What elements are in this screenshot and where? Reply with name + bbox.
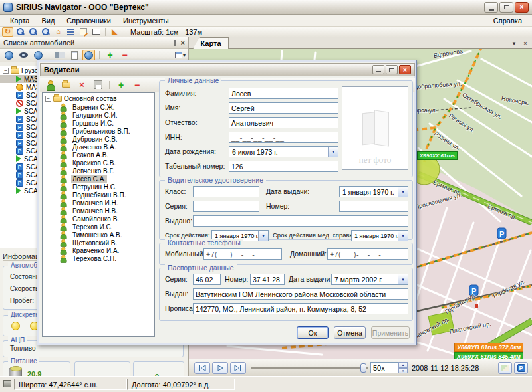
chevron-down-icon[interactable]: ▾ — [398, 274, 408, 284]
home-phone-field[interactable] — [327, 248, 408, 260]
menu-directories[interactable]: Справочники — [61, 15, 117, 26]
minimize-button[interactable] — [484, 2, 498, 13]
timeline-slider[interactable] — [251, 362, 368, 374]
driver-row[interactable]: Грибельников В.П. — [43, 127, 154, 135]
license-class-field[interactable] — [193, 186, 259, 197]
ruler-button[interactable]: ◣ — [109, 27, 120, 37]
license-number-field[interactable] — [339, 201, 408, 212]
expand-button[interactable]: + — [114, 79, 128, 91]
driver-row[interactable]: Подшебякин В.П. — [43, 191, 154, 199]
personnel-number-field[interactable] — [229, 161, 338, 172]
license-issued-by-field[interactable] — [193, 215, 408, 227]
pan-button[interactable]: ↻ — [2, 27, 13, 37]
panel-close-icon[interactable]: × — [181, 39, 185, 47]
driver-row[interactable]: Дубровин С.В. — [43, 135, 154, 143]
center-map-button[interactable]: ⌂ — [53, 27, 64, 37]
drivers-group-row[interactable]: − Основной состав — [43, 94, 154, 103]
parking-toggle-button[interactable]: P — [514, 362, 528, 374]
save-button[interactable] — [91, 79, 104, 91]
med-valid-combo[interactable]: 1 января 1970 г. ▾ — [351, 230, 408, 241]
add-group-button[interactable] — [59, 79, 72, 91]
edit-button[interactable] — [78, 27, 89, 37]
passport-number-field[interactable] — [250, 274, 285, 285]
cancel-button[interactable]: Отмена — [334, 326, 366, 339]
chevron-down-icon[interactable]: ▾ — [258, 231, 268, 241]
vehicle-plate-label[interactable]: Х969УХ 61rus 845,4км — [454, 352, 523, 359]
license-issue-combo[interactable]: 1 января 1970 г. ▾ — [339, 186, 408, 197]
speed-input[interactable]: 50x — [370, 362, 398, 373]
spin-down-icon[interactable]: ▾ — [398, 368, 408, 374]
driver-row[interactable]: Галушкин С.И. — [43, 111, 154, 119]
driver-row[interactable]: Есаков А.В. — [43, 151, 154, 159]
driver-row[interactable]: Романчев И.Н. — [43, 199, 154, 207]
driver-row[interactable]: Самойленко В. — [43, 215, 154, 223]
slider-thumb[interactable] — [360, 363, 366, 373]
apply-button[interactable]: Применить — [371, 326, 410, 339]
delete-button[interactable]: × — [75, 79, 88, 91]
chevron-down-icon[interactable]: ▾ — [398, 231, 408, 241]
driver-row[interactable]: Кравченко И.А. — [43, 246, 154, 254]
play-button[interactable] — [212, 362, 228, 374]
add-vehicle-button[interactable]: + — [104, 50, 116, 61]
passport-series-field[interactable] — [193, 274, 221, 285]
dialog-title-bar[interactable]: Водители × — [40, 63, 415, 76]
passport-issued-by-field[interactable] — [193, 288, 408, 300]
skip-back-button[interactable] — [194, 362, 210, 374]
menu-map[interactable]: Карта — [4, 15, 35, 26]
report-button[interactable] — [68, 50, 80, 61]
legend-button[interactable] — [65, 27, 76, 37]
license-series-field[interactable] — [193, 201, 259, 212]
collapse-icon[interactable]: − — [3, 68, 9, 74]
driver-row[interactable]: Горшков И.С. — [43, 119, 154, 127]
surname-field[interactable] — [229, 88, 338, 99]
view-mode-button[interactable]: ▾ — [175, 52, 186, 58]
show-all-button[interactable] — [3, 50, 15, 61]
zoom-out-button[interactable] — [27, 27, 39, 37]
vehicle-plate-label[interactable]: Х690ХХ 61rus — [417, 151, 458, 160]
name-field[interactable] — [229, 102, 338, 114]
inn-field[interactable] — [229, 132, 338, 143]
chevron-down-icon[interactable]: ▾ — [328, 147, 338, 157]
watch-button[interactable] — [17, 50, 30, 61]
menu-help[interactable]: Справка — [487, 15, 528, 26]
select-area-button[interactable] — [90, 27, 102, 37]
add-driver-button[interactable] — [43, 79, 57, 91]
tab-map[interactable]: Карта — [193, 37, 229, 49]
spin-up-icon[interactable]: ▴ — [398, 362, 408, 368]
driver-row[interactable]: Левченко В.Г. — [43, 167, 154, 175]
driver-row[interactable]: Вареник С.Ж. — [43, 103, 154, 111]
close-button[interactable]: × — [515, 2, 529, 13]
driver-row[interactable]: Красиков С.В. — [43, 159, 154, 167]
registered-field[interactable] — [193, 303, 408, 314]
restore-button[interactable] — [499, 2, 513, 13]
dialog-minimize-button[interactable] — [372, 65, 384, 74]
map-dropdown-icon[interactable]: ▾ — [509, 39, 519, 47]
driver-row[interactable]: Лосев С.А. — [43, 175, 154, 183]
chevron-down-icon[interactable]: ▾ — [398, 187, 408, 197]
drivers-tree[interactable]: − Основной состав Вареник С.Ж. Галушкин … — [42, 92, 155, 337]
passport-issue-combo[interactable]: 7 марта 2002 г. ▾ — [331, 274, 408, 285]
snapshot-button[interactable] — [498, 362, 512, 374]
zoom-window-button[interactable] — [40, 27, 51, 37]
follow-button[interactable] — [32, 50, 45, 61]
zoom-in-button[interactable] — [15, 27, 26, 37]
birth-date-combo[interactable]: 6 июля 1973 г. ▾ — [229, 146, 338, 157]
driver-row[interactable]: Петрунин Н.С. — [43, 183, 154, 191]
menu-view[interactable]: Вид — [35, 15, 61, 26]
collapse-button[interactable]: − — [130, 79, 144, 91]
map-close-icon[interactable]: × — [521, 39, 530, 47]
pin-icon[interactable] — [172, 39, 178, 47]
skip-forward-button[interactable] — [230, 362, 246, 374]
driver-row[interactable]: Тимошенко А.В. — [43, 231, 154, 239]
menu-tools[interactable]: Инструменты — [117, 15, 175, 26]
mobile-field[interactable] — [203, 248, 282, 260]
remove-vehicle-button[interactable]: − — [118, 50, 131, 61]
driver-row[interactable]: Дьяченко В.А. — [43, 143, 154, 151]
parking-icon[interactable]: P — [497, 228, 506, 239]
driver-row[interactable]: Терехова С.Н. — [43, 254, 154, 262]
vehicle-card-button[interactable] — [53, 50, 66, 61]
driver-row[interactable]: Романчев Н.В. — [43, 207, 154, 215]
ok-button[interactable]: Ок — [297, 326, 329, 339]
driver-row[interactable]: Терехов И.С. — [43, 223, 154, 231]
driver-row[interactable]: Щетковский В. — [43, 239, 154, 246]
